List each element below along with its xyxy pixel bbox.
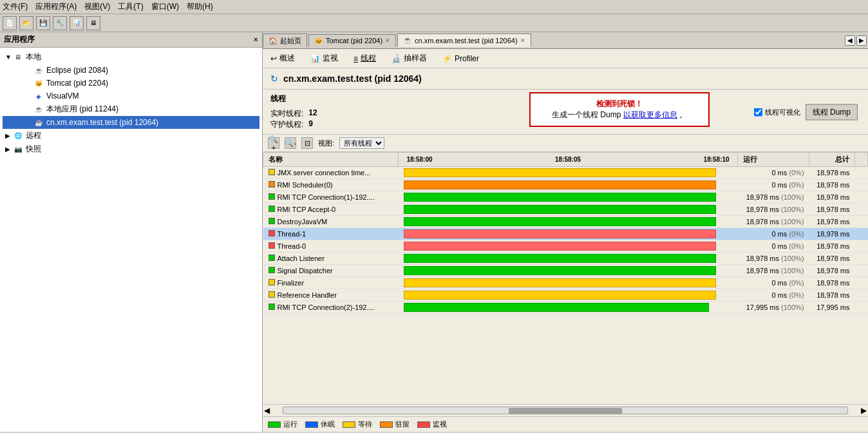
scroll-right-btn[interactable]: ▶ xyxy=(861,406,867,415)
table-row[interactable]: Thread-00 ms (0%)18,978 ms xyxy=(263,240,868,253)
timeline-bar xyxy=(404,217,716,226)
tab-testapp-label: cn.xm.exam.test.test (pid 12064) xyxy=(415,37,518,44)
sec-tab-overview[interactable]: ↩ 概述 xyxy=(268,52,297,65)
thread-total-cell: 18,978 ms xyxy=(809,240,855,253)
toolbar-open[interactable]: 📂 xyxy=(19,16,33,30)
zoom-fit-btn[interactable]: ⊡ xyxy=(301,137,313,149)
timeline-bar xyxy=(404,291,716,300)
toolbar-save[interactable]: 💾 xyxy=(36,16,50,30)
toolbar-new[interactable]: 📄 xyxy=(3,16,17,30)
deadlock-link[interactable]: 以获取更多信息 xyxy=(623,110,677,119)
thread-visualize-input[interactable] xyxy=(754,108,762,116)
toolbar-action1[interactable]: 🔧 xyxy=(53,16,67,30)
legend-label: 监视 xyxy=(433,419,447,429)
menu-item[interactable]: 窗口(W) xyxy=(151,1,179,12)
toolbar-action3[interactable]: 🖥 xyxy=(86,16,100,30)
tab-testapp-close[interactable]: ✕ xyxy=(520,37,525,44)
tab-start[interactable]: 🏠 起始页 xyxy=(263,34,307,48)
table-row[interactable]: RMI Scheduler(0)0 ms (0%)18,978 ms xyxy=(263,179,868,191)
menu-item[interactable]: 文件(F) xyxy=(3,1,28,12)
status-dot xyxy=(269,230,275,236)
tab-testapp[interactable]: ☕ cn.xm.exam.test.test (pid 12064) ✕ xyxy=(397,34,531,47)
tab-testapp-icon: ☕ xyxy=(403,36,412,44)
tab-prev-btn[interactable]: ◀ xyxy=(845,35,855,46)
sidebar-item-remote[interactable]: ▶ 🌐 远程 xyxy=(3,129,259,142)
legend-label: 等待 xyxy=(358,419,372,429)
deadlock-warning: 检测到死锁！ 生成一个线程 Dump 以获取更多信息 。 xyxy=(529,92,710,127)
sec-tab-monitor[interactable]: 📊 监视 xyxy=(308,52,341,65)
sampler-icon: 🔬 xyxy=(392,54,401,63)
zoom-out-btn[interactable]: 🔍- xyxy=(285,137,296,149)
table-row[interactable]: Thread-10 ms (0%)18,978 ms xyxy=(263,228,868,240)
sidebar-item-visualvm[interactable]: ◈ VisualVM xyxy=(3,90,259,102)
sidebar-item-snapshot[interactable]: ▶ 📷 快照 xyxy=(3,142,259,156)
thread-run-cell: 18,978 ms (100%) xyxy=(737,265,809,277)
tab-nav: ◀ ▶ xyxy=(844,34,868,47)
tab-tomcat[interactable]: 🐱 Tomcat (pid 2204) ✕ xyxy=(308,34,396,47)
thread-total-cell: 18,978 ms xyxy=(809,289,855,302)
content-area: ↻ cn.xm.exam.test.test (pid 12064) 线程 实时… xyxy=(263,68,868,432)
menu-item[interactable]: 应用程序(A) xyxy=(35,1,77,12)
remote-icon: 🌐 xyxy=(13,131,23,141)
sec-tab-thread-label: 线程 xyxy=(361,53,376,64)
sidebar-item-eclipse[interactable]: ☕ Eclipse (pid 2084) xyxy=(3,64,259,77)
live-thread-label: 实时线程: xyxy=(270,108,303,119)
thread-daemon-stat: 守护线程: 9 xyxy=(270,119,317,130)
scroll-left-btn[interactable]: ◀ xyxy=(264,406,270,415)
sidebar-item-tomcat[interactable]: 🐱 Tomcat (pid 2204) xyxy=(3,77,259,90)
table-row[interactable]: Reference Handler0 ms (0%)18,978 ms xyxy=(263,289,868,302)
thread-name-cell: Signal Dispatcher xyxy=(263,265,399,277)
refresh-icon[interactable]: ↻ xyxy=(270,73,278,84)
menu-item[interactable]: 帮助(H) xyxy=(187,1,213,12)
thread-total-cell: 18,978 ms xyxy=(809,216,855,228)
sidebar-item-testapp[interactable]: ☕ cn.xm.exam.test.test (pid 12064) xyxy=(3,116,259,129)
menu-item[interactable]: 工具(T) xyxy=(118,1,143,12)
tab-start-label: 起始页 xyxy=(280,36,301,46)
table-row[interactable]: JMX server connection time...0 ms (0%)18… xyxy=(263,167,868,179)
toolbar-action2[interactable]: 📊 xyxy=(70,16,84,30)
table-row[interactable]: RMI TCP Connection(1)-192....18,978 ms (… xyxy=(263,191,868,204)
legend-color xyxy=(380,421,393,428)
thread-total-cell: 18,978 ms xyxy=(809,191,855,204)
expand-icon-snapshot: ▶ xyxy=(5,146,13,153)
view-select[interactable]: 所有线程 xyxy=(339,137,384,149)
thread-run-cell: 0 ms (0%) xyxy=(737,277,809,289)
sec-tab-thread[interactable]: ≡ 线程 xyxy=(351,52,379,65)
table-row[interactable]: Attach Listener18,978 ms (100%)18,978 ms xyxy=(263,253,868,265)
tab-tomcat-close[interactable]: ✕ xyxy=(385,37,390,44)
sec-tab-sampler[interactable]: 🔬 抽样器 xyxy=(389,52,429,65)
run-pct: (0%) xyxy=(789,169,804,177)
process-title-bar: ↻ cn.xm.exam.test.test (pid 12064) xyxy=(263,68,868,90)
thread-total-cell: 18,978 ms xyxy=(809,204,855,216)
thread-dump-button[interactable]: 线程 Dump xyxy=(806,104,858,120)
process-title-text: cn.xm.exam.test.test (pid 12064) xyxy=(283,73,422,84)
table-row[interactable]: RMI TCP Accept-018,978 ms (100%)18,978 m… xyxy=(263,204,868,216)
thread-run-cell: 17,995 ms (100%) xyxy=(737,302,809,314)
tab-next-btn[interactable]: ▶ xyxy=(856,35,867,46)
thread-run-cell: 18,978 ms (100%) xyxy=(737,216,809,228)
table-row[interactable]: Finalizer0 ms (0%)18,978 ms xyxy=(263,277,868,289)
sidebar-content: ▼ 🖥 本地 ☕ Eclipse (pid 2084) 🐱 Tomcat (pi… xyxy=(0,48,262,432)
table-row[interactable]: DestroyJavaVM18,978 ms (100%)18,978 ms xyxy=(263,216,868,228)
sidebar-item-localapp[interactable]: ☕ 本地应用 (pid 11244) xyxy=(3,102,259,116)
run-pct: (100%) xyxy=(781,255,804,262)
scroll-track[interactable] xyxy=(283,407,848,414)
sidebar-item-local[interactable]: ▼ 🖥 本地 xyxy=(3,50,259,64)
table-row[interactable]: RMI TCP Connection(2)-192....17,995 ms (… xyxy=(263,302,868,314)
sidebar-close-btn[interactable]: ✕ xyxy=(253,36,258,43)
tab-tomcat-label: Tomcat (pid 2204) xyxy=(326,37,382,44)
thread-visualize-checkbox[interactable]: 线程可视化 xyxy=(754,107,800,117)
thread-table-header: 名称 18:58:00 18:58:05 18:58:10 运行 xyxy=(263,153,868,167)
legend-label: 休眠 xyxy=(321,419,335,429)
thread-controls: 线程可视化 线程 Dump xyxy=(754,104,858,120)
menu-item[interactable]: 视图(V) xyxy=(84,1,110,12)
zoom-in-btn[interactable]: 🔍+ xyxy=(268,137,279,149)
timeline-bar xyxy=(404,242,716,251)
thread-table-body: JMX server connection time...0 ms (0%)18… xyxy=(263,167,868,314)
thread-section-title: 线程 xyxy=(270,93,317,104)
timeline-bar xyxy=(404,278,716,287)
legend-color xyxy=(417,421,430,428)
sec-tab-profiler[interactable]: ⚡ Profiler xyxy=(440,53,482,64)
expand-icon-local: ▼ xyxy=(5,53,13,61)
table-row[interactable]: Signal Dispatcher18,978 ms (100%)18,978 … xyxy=(263,265,868,277)
